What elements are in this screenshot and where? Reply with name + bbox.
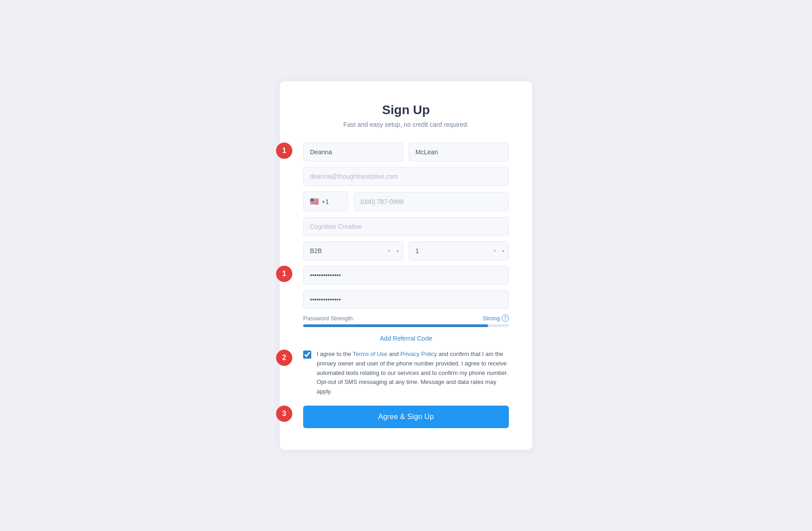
agreement-row: I agree to the Terms of Use and Privacy …: [303, 350, 509, 397]
agree-signup-button[interactable]: Agree & Sign Up: [303, 406, 509, 428]
first-name-input[interactable]: [303, 143, 403, 162]
password-strength-header: Password Strength: Strong ?: [303, 314, 509, 322]
phone-input[interactable]: [354, 192, 509, 211]
phone-row: 🇺🇸 +1: [303, 191, 509, 212]
last-name-input[interactable]: [409, 143, 509, 162]
signup-card: Sign Up Fast and easy setup, no credit c…: [280, 81, 532, 450]
phone-country-selector[interactable]: 🇺🇸 +1: [303, 191, 348, 212]
agreement-text: I agree to the Terms of Use and Privacy …: [317, 350, 509, 397]
terms-of-use-link[interactable]: Terms of Use: [353, 351, 388, 357]
email-row: [303, 167, 509, 186]
agreement-checkbox[interactable]: [303, 351, 311, 359]
step-3-badge: 3: [276, 406, 292, 422]
company-input[interactable]: [303, 217, 509, 236]
password-strength-row: Password Strength: Strong ?: [303, 314, 509, 327]
strength-help-icon[interactable]: ?: [502, 314, 509, 322]
step-1-badge-top: 1: [276, 143, 292, 159]
step-2-badge: 2: [276, 350, 292, 366]
password-input[interactable]: [303, 266, 509, 285]
team-size-clear-icon[interactable]: ×: [493, 248, 496, 254]
us-flag-icon: 🇺🇸: [310, 197, 319, 206]
page-subtitle: Fast and easy setup, no credit card requ…: [303, 121, 509, 128]
password-strength-value: Strong ?: [483, 314, 509, 322]
name-row: [303, 143, 509, 162]
page-wrapper: Sign Up Fast and easy setup, no credit c…: [0, 0, 812, 531]
password-strength-label: Password Strength:: [303, 315, 354, 322]
industry-wrapper: B2B B2C Other × ▾: [303, 241, 403, 260]
password-strength-bar: [303, 324, 509, 327]
step-1-badge-mid: 1: [276, 266, 292, 282]
team-size-wrapper: 1 2-5 6-10 11+ × ▾: [409, 241, 509, 260]
selects-row: B2B B2C Other × ▾ 1 2-5 6-10 11+ × ▾: [303, 241, 509, 260]
password-strength-bar-fill: [303, 324, 488, 327]
page-title: Sign Up: [303, 103, 509, 117]
industry-clear-icon[interactable]: ×: [388, 248, 391, 254]
referral-link-container: Add Referral Code: [303, 334, 509, 342]
company-row: [303, 217, 509, 236]
privacy-policy-link[interactable]: Privacy Policy: [401, 351, 437, 357]
add-referral-code-link[interactable]: Add Referral Code: [380, 335, 432, 342]
email-input[interactable]: [303, 167, 509, 186]
confirm-password-row: [303, 290, 509, 309]
country-code: +1: [322, 198, 329, 205]
confirm-password-input[interactable]: [303, 290, 509, 309]
password-row: [303, 266, 509, 285]
